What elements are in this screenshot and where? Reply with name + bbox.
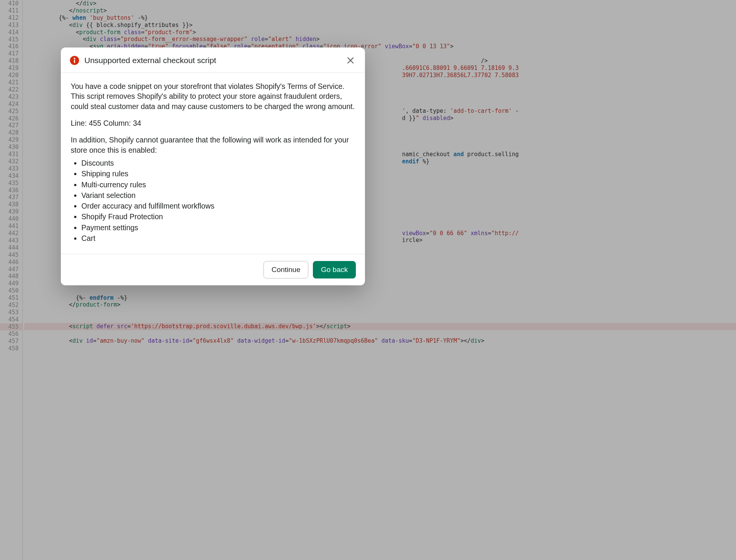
continue-button[interactable]: Continue [263,261,308,278]
alert-icon [70,56,79,65]
list-item: Payment settings [81,223,355,233]
close-button[interactable] [345,55,356,66]
modal-location: Line: 455 Column: 34 [71,118,355,128]
close-icon [347,57,354,64]
modal-paragraph-1: You have a code snippet on your storefro… [71,81,355,111]
svg-rect-1 [74,60,75,63]
list-item: Variant selection [81,190,355,200]
modal-header: Unsupported external checkout script [61,47,365,73]
modal-body: You have a code snippet on your storefro… [61,73,365,254]
modal-overlay: Unsupported external checkout script You… [0,0,736,560]
modal-list: DiscountsShipping rulesMulti-currency ru… [71,158,355,244]
list-item: Multi-currency rules [81,180,355,190]
list-item: Shopify Fraud Protection [81,212,355,221]
list-item: Discounts [81,158,355,168]
warning-modal: Unsupported external checkout script You… [61,47,365,285]
go-back-button[interactable]: Go back [313,261,356,278]
modal-paragraph-2: In addition, Shopify cannot guarantee th… [71,135,355,155]
list-item: Shipping rules [81,169,355,179]
modal-title: Unsupported external checkout script [84,56,345,65]
list-item: Cart [81,233,355,243]
list-item: Order accuracy and fulfillment workflows [81,201,355,211]
svg-point-0 [74,58,75,59]
modal-footer: Continue Go back [61,254,365,285]
